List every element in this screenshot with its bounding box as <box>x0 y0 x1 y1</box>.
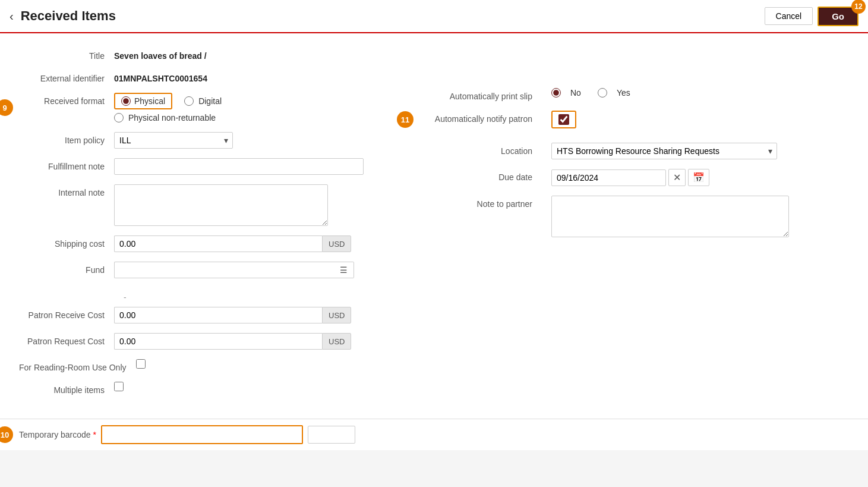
col-right: Automatically print slip No Yes 11 Autom… <box>423 70 849 404</box>
external-id-value: 01MNPALSHTC0001654 <box>114 70 207 83</box>
step9-badge: 9 <box>0 99 13 116</box>
shipping-cost-currency: USD <box>322 235 351 252</box>
temp-barcode-row: 10 Temporary barcode * <box>19 425 355 444</box>
due-date-label: Due date <box>423 169 542 182</box>
reading-room-row: For Reading-Room Use Only <box>19 359 399 372</box>
title-value: Seven loaves of bread / <box>114 48 207 61</box>
item-policy-row: Item policy ILL ▾ <box>19 132 399 149</box>
reading-room-checkbox-wrapper <box>136 359 146 369</box>
item-policy-label: Item policy <box>19 132 114 145</box>
fund-input[interactable] <box>114 262 334 278</box>
external-id-label: External identifier <box>19 70 114 83</box>
note-to-partner-row: Note to partner <box>423 196 849 237</box>
physical-non-returnable-label: Physical non-returnable <box>128 113 216 122</box>
page-title: Received Items <box>21 8 116 24</box>
multiple-items-label: Multiple items <box>19 382 114 395</box>
top-bar-right: Cancel Go 12 <box>765 7 858 26</box>
auto-notify-label: Automatically notify patron <box>423 111 542 124</box>
print-yes-label: Yes <box>617 88 630 98</box>
shipping-cost-label: Shipping cost <box>19 235 114 249</box>
fund-row: Fund ☰ <box>19 262 399 278</box>
internal-note-row: Internal note <box>19 184 399 226</box>
physical-highlight: Physical <box>114 93 172 109</box>
multiple-items-row: Multiple items <box>19 382 399 395</box>
step11-badge: 11 <box>397 111 414 128</box>
note-to-partner-textarea[interactable] <box>551 196 789 237</box>
note-to-partner-label: Note to partner <box>423 196 542 209</box>
due-date-row: Due date ✕ 📅 <box>423 169 849 186</box>
temp-barcode-extra-input[interactable] <box>308 426 355 444</box>
patron-receive-cost-wrapper: USD <box>114 307 351 323</box>
fulfillment-note-label: Fulfillment note <box>19 158 114 171</box>
patron-request-cost-input[interactable] <box>114 333 322 350</box>
physical-label: Physical <box>134 96 165 106</box>
back-icon[interactable]: ‹ <box>10 10 14 23</box>
go-badge: 12 <box>851 0 866 14</box>
go-btn-wrapper: Go 12 <box>818 7 858 26</box>
separator: - <box>124 288 399 307</box>
patron-request-cost-wrapper: USD <box>114 333 351 350</box>
patron-request-currency: USD <box>322 333 351 350</box>
physical-non-returnable-radio[interactable] <box>114 113 124 122</box>
fulfillment-note-row: Fulfillment note <box>19 158 399 175</box>
format-row-pnr: Physical non-returnable <box>114 113 222 122</box>
patron-receive-currency: USD <box>322 307 351 323</box>
location-label: Location <box>423 143 542 156</box>
fund-list-button[interactable]: ☰ <box>334 262 354 278</box>
multiple-items-checkbox[interactable] <box>114 382 124 391</box>
patron-receive-cost-label: Patron Receive Cost <box>19 307 114 320</box>
location-select[interactable]: HTS Borrowing Resource Sharing Requests <box>551 143 777 159</box>
shipping-cost-input-wrapper: USD <box>114 235 351 252</box>
due-date-calendar-button[interactable]: 📅 <box>688 169 709 186</box>
patron-request-cost-row: Patron Request Cost USD <box>19 333 399 350</box>
received-format-label: Received format <box>19 93 114 106</box>
col-left: External identifier 01MNPALSHTC0001654 9… <box>19 70 399 404</box>
print-slip-options: No Yes <box>551 88 630 98</box>
cancel-button[interactable]: Cancel <box>765 7 813 25</box>
due-date-input-wrapper: ✕ 📅 <box>551 169 709 186</box>
bottom-bar: 10 Temporary barcode * <box>0 419 868 450</box>
top-bar-left: ‹ Received Items <box>10 8 116 24</box>
form-container: Title Seven loaves of bread / External i… <box>0 33 868 419</box>
print-yes-radio[interactable] <box>598 88 607 98</box>
due-date-input[interactable] <box>551 169 666 186</box>
multiple-items-checkbox-wrapper <box>114 382 124 391</box>
patron-receive-cost-input[interactable] <box>114 307 322 323</box>
step10-badge: 10 <box>0 426 13 443</box>
due-date-clear-button[interactable]: ✕ <box>668 169 686 186</box>
location-select-wrapper: HTS Borrowing Resource Sharing Requests … <box>551 143 777 159</box>
reading-room-checkbox[interactable] <box>136 359 146 369</box>
received-format-row: 9 Received format Physical Digital <box>19 93 399 122</box>
top-bar: ‹ Received Items Cancel Go 12 <box>0 0 868 33</box>
shipping-cost-row: Shipping cost USD <box>19 235 399 252</box>
auto-notify-checkbox-wrapper <box>551 111 576 128</box>
title-row: Title Seven loaves of bread / <box>19 48 849 61</box>
auto-notify-highlight <box>551 111 576 128</box>
two-col-layout: External identifier 01MNPALSHTC0001654 9… <box>19 70 849 404</box>
temp-barcode-input[interactable] <box>101 425 303 444</box>
internal-note-textarea[interactable] <box>114 184 328 226</box>
format-row-physical: Physical Digital <box>114 93 222 109</box>
item-policy-select[interactable]: ILL <box>114 132 233 149</box>
internal-note-label: Internal note <box>19 184 114 197</box>
patron-receive-cost-row: Patron Receive Cost USD <box>19 307 399 323</box>
digital-radio[interactable] <box>184 96 194 106</box>
location-row: Location HTS Borrowing Resource Sharing … <box>423 143 849 159</box>
physical-radio[interactable] <box>121 96 131 106</box>
external-id-row: External identifier 01MNPALSHTC0001654 <box>19 70 399 83</box>
fulfillment-note-input[interactable] <box>114 158 364 175</box>
auto-notify-row: 11 Automatically notify patron <box>423 111 849 128</box>
temp-barcode-label: Temporary barcode * <box>19 430 96 439</box>
item-policy-select-wrapper: ILL ▾ <box>114 132 233 149</box>
auto-print-slip-row: Automatically print slip No Yes <box>423 88 849 101</box>
required-star: * <box>91 430 96 439</box>
auto-notify-checkbox[interactable] <box>558 114 569 125</box>
fund-label: Fund <box>19 262 114 275</box>
shipping-cost-input[interactable] <box>114 235 322 252</box>
format-row-digital: Digital <box>184 96 222 106</box>
title-label: Title <box>19 48 114 61</box>
auto-print-slip-label: Automatically print slip <box>423 88 542 101</box>
patron-request-cost-label: Patron Request Cost <box>19 333 114 346</box>
fund-input-wrapper: ☰ <box>114 262 354 278</box>
print-no-radio[interactable] <box>551 88 561 98</box>
